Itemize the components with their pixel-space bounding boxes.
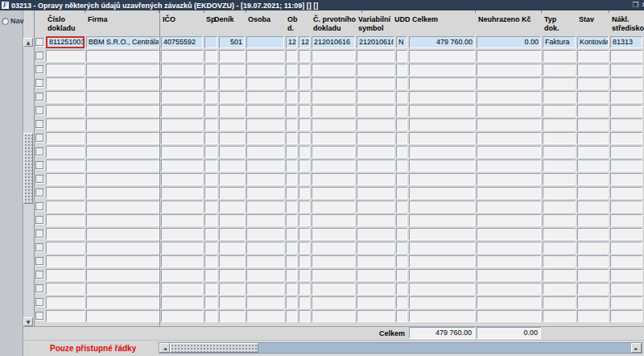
cell-varsym[interactable] [357,214,394,226]
cell-stav[interactable] [577,77,609,89]
cell-udd[interactable] [396,242,407,254]
cell-ob2[interactable] [299,201,310,213]
cell-celkem[interactable] [409,77,475,89]
cell-denik[interactable] [219,173,245,185]
row-select-checkbox[interactable] [35,243,43,251]
cell-udd[interactable] [396,64,407,76]
cell-neuhrazeno[interactable] [477,296,541,308]
cell-ob1[interactable] [286,132,297,144]
row-select-checkbox[interactable] [35,106,43,114]
cell-ico[interactable] [161,64,203,76]
cell-osoba[interactable] [246,283,284,295]
cell-prvotni[interactable] [312,64,355,76]
row-select-checkbox[interactable] [35,161,43,169]
cell-osoba[interactable] [246,173,284,185]
cell-cislo[interactable] [46,173,85,185]
cell-ob1[interactable] [286,50,297,62]
scroll-up-icon[interactable]: ▲ [23,38,33,47]
cell-firma[interactable] [86,187,159,199]
cell-stav[interactable]: Kontován [577,36,609,48]
cell-ob1[interactable] [286,118,297,130]
cell-celkem[interactable] [409,269,475,281]
cell-sp[interactable] [204,159,217,172]
cell-ob2[interactable] [299,132,310,144]
cell-firma[interactable] [86,159,159,172]
cell-nakl[interactable] [610,118,642,130]
cell-typ[interactable] [543,187,576,199]
cell-nakl[interactable] [610,132,642,144]
cell-firma[interactable] [86,255,159,267]
cell-neuhrazeno[interactable] [477,283,541,295]
cell-stav[interactable] [577,242,609,254]
cell-stav[interactable] [577,173,609,185]
cell-neuhrazeno[interactable] [477,118,541,130]
cell-prvotni[interactable] [312,242,355,254]
cell-sp[interactable] [204,105,217,117]
cell-prvotni[interactable] [312,201,355,213]
cell-udd[interactable] [396,91,407,103]
cell-sp[interactable] [204,255,217,267]
cell-ico[interactable] [161,187,203,199]
cell-prvotni[interactable] [312,105,355,117]
cell-stav[interactable] [577,132,609,144]
cell-firma[interactable] [86,50,159,62]
cell-neuhrazeno[interactable] [477,105,541,117]
cell-stav[interactable] [577,214,609,226]
cell-ico[interactable] [161,242,203,254]
cell-udd[interactable] [396,228,407,240]
horizontal-scrollbar[interactable]: ◄ ► [159,342,642,354]
cell-nakl[interactable] [610,255,642,267]
cell-osoba[interactable] [246,214,284,226]
cell-varsym[interactable] [357,283,394,295]
cell-varsym[interactable] [357,228,394,240]
cell-ob2[interactable] [299,173,310,185]
cell-prvotni[interactable] [312,91,355,103]
cell-firma[interactable] [86,118,159,130]
row-select-checkbox[interactable] [35,120,43,128]
cell-osoba[interactable] [246,242,284,254]
cell-celkem[interactable] [409,201,475,213]
cell-neuhrazeno[interactable] [477,255,541,267]
cell-neuhrazeno[interactable] [477,214,541,226]
cell-firma[interactable] [86,64,159,76]
cell-prvotni[interactable] [312,310,355,322]
cell-celkem[interactable]: 479 760.00 [409,36,475,48]
cell-ob1[interactable] [286,91,297,103]
cell-prvotni[interactable] [312,50,355,62]
cell-ob1[interactable] [286,242,297,254]
cell-ico[interactable]: 40755592 [161,36,203,48]
cell-sp[interactable] [204,50,217,62]
cell-cislo[interactable] [46,159,85,172]
cell-ico[interactable] [161,310,203,322]
cell-nakl[interactable] [610,91,642,103]
cell-sp[interactable] [204,296,217,308]
cell-stav[interactable] [577,269,609,281]
row-select-checkbox[interactable] [35,230,43,238]
cell-ob2[interactable] [299,91,310,103]
cell-neuhrazeno[interactable] [477,91,541,103]
cell-prvotni[interactable] [312,214,355,226]
cell-stav[interactable] [577,228,609,240]
cell-osoba[interactable] [246,146,284,158]
cell-cislo[interactable] [46,64,85,76]
cell-udd[interactable]: N [396,36,407,48]
cell-cislo[interactable] [46,228,85,240]
cell-ico[interactable] [161,159,203,172]
cell-prvotni[interactable] [312,255,355,267]
row-select-checkbox[interactable] [35,284,43,292]
cell-udd[interactable] [396,159,407,172]
cell-ob2[interactable] [299,255,310,267]
cell-prvotni[interactable] [312,187,355,199]
cell-celkem[interactable] [409,132,475,144]
cell-ob2[interactable] [299,187,310,199]
cell-typ[interactable] [543,159,576,172]
cell-typ[interactable]: Faktura [543,36,576,48]
cell-stav[interactable] [577,146,609,158]
cell-varsym[interactable] [357,201,394,213]
cell-ico[interactable] [161,296,203,308]
cell-typ[interactable] [543,269,576,281]
cell-osoba[interactable] [246,255,284,267]
cell-denik[interactable] [219,201,245,213]
cell-sp[interactable] [204,64,217,76]
cell-udd[interactable] [396,283,407,295]
